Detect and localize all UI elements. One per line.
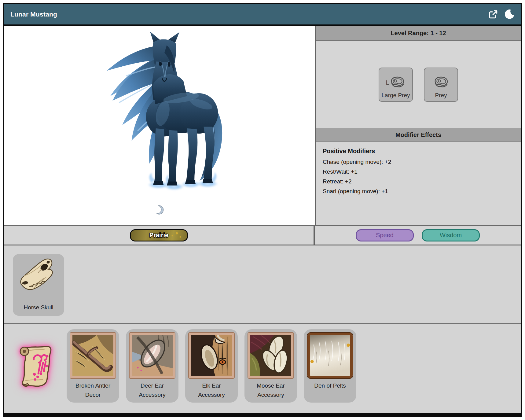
craftables-section: Broken Antler Decor [4,323,521,413]
page-title: Lunar Mustang [10,11,57,18]
main-row: Level Range: 1 - 12 L Large Prey [4,26,521,225]
modifier-line: Snarl (opening move): +1 [323,186,514,196]
steak-icon [432,76,450,90]
craft-item-moose-ear-accessory[interactable]: Moose Ear Accessory [244,329,297,403]
biome-button-prairie[interactable]: Prairie [130,229,188,241]
elk-ear-accessory-image [189,333,234,378]
craft-item-label: Deer Ear Accessory [130,381,175,400]
large-prey-button[interactable]: L Large Prey [379,68,413,102]
prey-button[interactable]: Prey [424,68,458,102]
drops-section: Horse Skull [4,245,521,323]
modifier-effects-content: Positive Modifiers Chase (opening move):… [316,142,521,225]
craft-item-elk-ear-accessory[interactable]: Elk Ear Accessory [185,329,238,403]
titlebar: Lunar Mustang [4,4,521,26]
broken-antler-decor-image [70,333,116,378]
modifier-line: Chase (opening move): +2 [323,157,514,167]
moose-ear-accessory-image [248,333,293,378]
crescent-moon-icon [154,205,165,215]
modifier-line: Rest/Wait: +1 [323,167,514,177]
creature-pane [4,26,315,225]
positive-modifiers-heading: Positive Modifiers [323,148,514,155]
creature-stage [88,26,231,215]
moon-icon[interactable] [504,9,515,20]
modifier-effects-header: Modifier Effects [316,128,521,142]
craft-item-label: Broken Antler Decor [70,381,116,400]
modifier-line: Retreat: +2 [323,177,514,186]
level-range-header: Level Range: 1 - 12 [316,26,521,41]
stat-button-speed[interactable]: Speed [356,229,414,241]
page: Lunar Mustang [0,0,525,420]
titlebar-icons [488,9,515,20]
prey-area: L Large Prey [316,41,521,128]
scroll-icon[interactable] [15,343,58,389]
drop-item-label: Horse Skull [24,303,53,312]
prey-button-label: Large Prey [382,92,410,99]
craft-item-label: Moose Ear Accessory [248,381,293,400]
craft-item-label: Elk Ear Accessory [189,381,234,400]
drop-item-horse-skull[interactable]: Horse Skull [13,254,64,316]
deer-ear-accessory-image [130,333,175,378]
prey-button-label: Prey [435,92,447,99]
craft-item-broken-antler-decor[interactable]: Broken Antler Decor [67,329,119,403]
craft-item-deer-ear-accessory[interactable]: Deer Ear Accessory [126,329,178,403]
info-panel: Level Range: 1 - 12 L Large Prey [315,26,521,225]
encounter-window: Lunar Mustang [3,3,522,417]
horse-skull-image [16,256,61,299]
lunar-mustang-image [88,27,231,200]
craft-item-den-of-pelts[interactable]: Den of Pelts [304,329,356,403]
stat-button-wisdom[interactable]: Wisdom [422,229,480,241]
buttons-strip: Prairie Speed Wisdom [4,225,521,245]
den-of-pelts-image [307,333,353,378]
steak-icon [389,76,406,90]
craft-item-label: Den of Pelts [314,381,346,390]
external-link-icon[interactable] [488,9,499,20]
